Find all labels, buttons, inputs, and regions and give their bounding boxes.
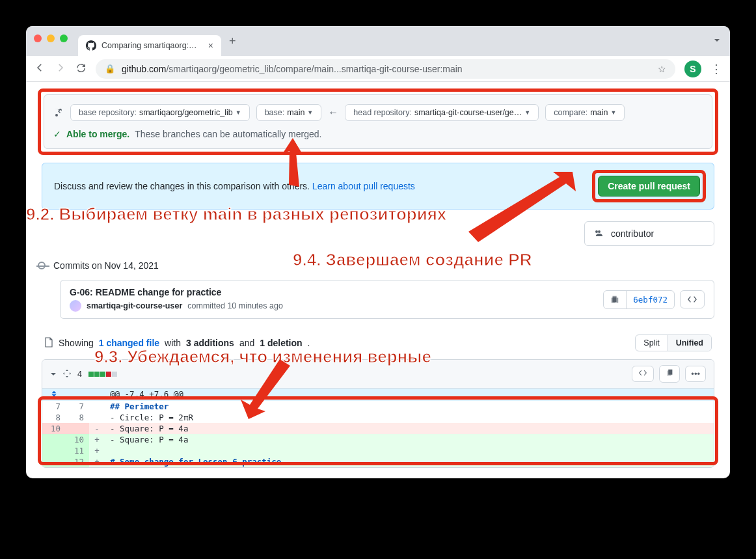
split-view-button[interactable]: Split xyxy=(636,335,668,351)
new-tab-button[interactable]: + xyxy=(221,29,244,53)
url-input[interactable]: 🔒 github.com/smartiqaorg/geometric_lib/c… xyxy=(96,59,675,79)
deletions-count: 1 deletion xyxy=(260,338,302,348)
tab-title: Comparing smartiqaorg:main... xyxy=(101,41,199,50)
window-controls xyxy=(34,34,68,42)
merge-detail-label: These branches can be automatically merg… xyxy=(135,129,321,139)
arrow-left-icon: ← xyxy=(328,107,338,118)
merge-able-label: Able to merge. xyxy=(66,129,129,139)
file-menu-button[interactable]: ••• xyxy=(685,366,706,382)
maximize-window-button[interactable] xyxy=(60,34,68,42)
forward-button[interactable] xyxy=(55,62,66,75)
unified-view-button[interactable]: Unified xyxy=(668,335,711,351)
drag-icon xyxy=(63,369,71,379)
diff-card: 4 ••• @@ -7,4 +7,6 @@77## Perimeter88- C… xyxy=(42,359,714,468)
commit-node-icon xyxy=(38,262,46,269)
base-branch-selector[interactable]: base: main▼ xyxy=(256,104,322,121)
learn-pr-link[interactable]: Learn about pull requests xyxy=(312,181,415,191)
files-summary: Showing 1 changed file with 3 additions … xyxy=(42,334,714,351)
changed-files-link[interactable]: 1 changed file xyxy=(99,338,159,348)
highlight-94: Create pull request xyxy=(592,170,706,202)
commit-author-avatar[interactable] xyxy=(70,300,81,312)
browse-code-button[interactable] xyxy=(681,291,704,308)
copy-sha-button[interactable] xyxy=(604,291,627,308)
browser-window: Comparing smartiqaorg:main... × + 🔒 gith… xyxy=(26,26,730,478)
compare-branch-selector[interactable]: compare: main▼ xyxy=(545,104,625,121)
base-repo-selector[interactable]: base repository: smartiqaorg/geometric_l… xyxy=(70,104,250,121)
review-text: Discuss and review the changes in this c… xyxy=(54,181,415,191)
diff-view-toggle[interactable]: Split Unified xyxy=(635,334,712,351)
file-icon xyxy=(44,337,53,349)
commit-time: committed 10 minutes ago xyxy=(187,301,283,310)
diff-body: @@ -7,4 +7,6 @@77## Perimeter88- Circle:… xyxy=(42,389,714,467)
commits-date-label: Commits on Nov 14, 2021 xyxy=(53,260,159,271)
diff-header: 4 ••• xyxy=(42,360,714,389)
titlebar: Comparing smartiqaorg:main... × + xyxy=(26,26,730,56)
review-callout: Discuss and review the changes in this c… xyxy=(42,163,714,210)
check-icon: ✓ xyxy=(53,129,61,139)
diff-stat-label: 4 xyxy=(77,370,82,379)
commit-title[interactable]: G-06: README change for practice xyxy=(70,287,283,297)
minimize-window-button[interactable] xyxy=(47,34,55,42)
view-source-button[interactable] xyxy=(632,366,654,382)
additions-count: 3 additions xyxy=(186,338,234,348)
commit-card: G-06: README change for practice smartiq… xyxy=(60,280,714,319)
browser-menu-button[interactable]: ⋮ xyxy=(710,62,722,76)
tabs-overflow-button[interactable] xyxy=(712,35,722,48)
stats-row: contributor xyxy=(42,221,714,246)
close-window-button[interactable] xyxy=(34,34,42,42)
copy-button[interactable] xyxy=(659,365,680,383)
commit-author[interactable]: smartiqa-git-course-user xyxy=(87,301,182,310)
highlight-92: base repository: smartiqaorg/geometric_l… xyxy=(38,89,718,155)
commit-sha-group: 6ebf072 xyxy=(603,290,675,309)
url-text: github.com/smartiqaorg/geometric_lib/com… xyxy=(122,64,651,74)
contributor-label: contributor xyxy=(611,228,654,239)
close-tab-button[interactable]: × xyxy=(208,40,213,51)
back-button[interactable] xyxy=(34,62,46,75)
create-pull-request-button[interactable]: Create pull request xyxy=(598,176,700,197)
diff-stat-bars xyxy=(88,372,117,377)
commit-sha-link[interactable]: 6ebf072 xyxy=(627,291,674,308)
head-repo-selector[interactable]: head repository: smartiqa-git-course-use… xyxy=(345,104,539,121)
compare-icon xyxy=(53,107,64,119)
bookmark-button[interactable]: ☆ xyxy=(658,64,666,74)
timeline: Commits on Nov 14, 2021 G-06: README cha… xyxy=(42,260,714,319)
browser-tab[interactable]: Comparing smartiqaorg:main... × xyxy=(78,35,221,56)
compare-widget: base repository: smartiqaorg/geometric_l… xyxy=(44,94,712,149)
person-icon xyxy=(594,228,604,239)
reload-button[interactable] xyxy=(75,62,87,75)
lock-icon: 🔒 xyxy=(105,64,115,74)
collapse-file-button[interactable] xyxy=(50,369,57,379)
github-icon xyxy=(86,40,96,51)
contributor-pill[interactable]: contributor xyxy=(584,221,714,246)
profile-avatar[interactable]: S xyxy=(684,61,701,77)
page-content: base repository: smartiqaorg/geometric_l… xyxy=(26,82,730,478)
merge-status: ✓ Able to merge. These branches can be a… xyxy=(53,129,703,139)
address-bar: 🔒 github.com/smartiqaorg/geometric_lib/c… xyxy=(26,56,730,82)
